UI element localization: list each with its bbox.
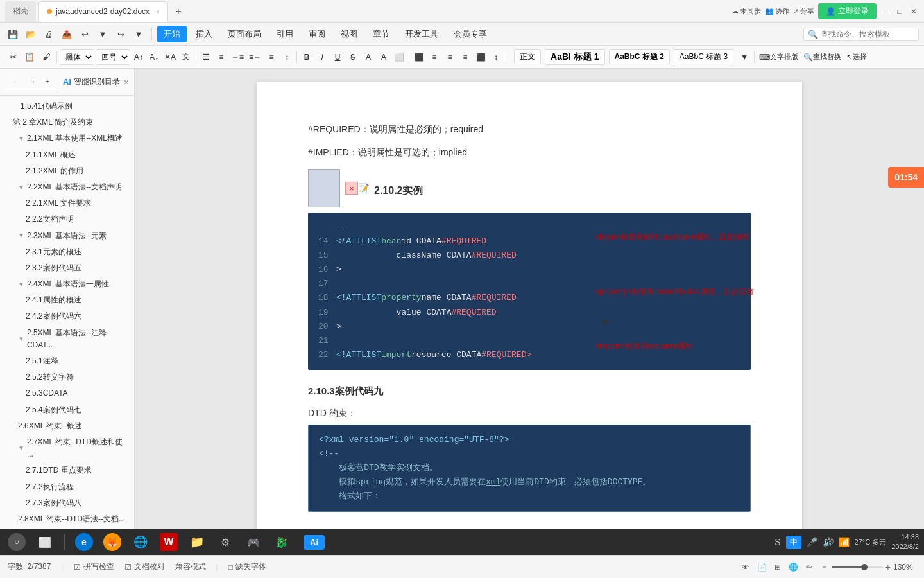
toc-item-6[interactable]: 2.2.1XML 文件要求 xyxy=(0,195,134,211)
toc-item-10[interactable]: 2.3.2案例代码五 xyxy=(0,260,134,276)
zoom-minus-btn[interactable]: － xyxy=(820,561,829,573)
menu-start[interactable]: 开始 xyxy=(157,26,187,42)
tab-active-doc[interactable]: javaadvanced2-day02.docx × xyxy=(38,1,168,22)
list-order-btn[interactable]: ≡ xyxy=(214,50,228,64)
toc-item-9[interactable]: 2.3.1元素的概述 xyxy=(0,244,134,260)
align-left2-btn[interactable]: ⬛ xyxy=(412,50,426,64)
share-btn[interactable]: ↗ 分享 xyxy=(793,6,814,16)
zoom-plus-btn[interactable]: + xyxy=(886,562,891,572)
toc-item-15[interactable]: 2.5.1注释 xyxy=(0,353,134,369)
search-input[interactable] xyxy=(821,30,914,39)
indent-decrease-btn[interactable]: ←≡ xyxy=(230,50,246,64)
highlight-btn[interactable]: A xyxy=(377,50,391,64)
menu-review[interactable]: 审阅 xyxy=(302,26,332,42)
toc-item-21[interactable]: 2.7.1DTD 重点要求 xyxy=(0,462,134,478)
strikethrough-btn[interactable]: S̶ xyxy=(346,50,360,64)
float-edit-icon[interactable]: 📝 xyxy=(358,183,369,193)
font-grow-btn[interactable]: A↑ xyxy=(132,50,146,64)
style-h2[interactable]: AaBbC 标题 2 xyxy=(609,49,670,64)
start-btn[interactable]: ○ xyxy=(5,532,28,552)
sougou-icon[interactable]: S xyxy=(774,537,780,547)
ime-btn[interactable]: 中 xyxy=(786,536,801,549)
login-button[interactable]: 👤 立即登录 xyxy=(818,3,877,19)
idea-btn[interactable]: 🎮 xyxy=(242,532,265,552)
align-center-btn[interactable]: ≡ xyxy=(427,50,441,64)
toc-item-4[interactable]: 2.1.2XML 的作用 xyxy=(0,163,134,179)
settings-btn[interactable]: ⚙ xyxy=(214,532,237,552)
menu-view[interactable]: 视图 xyxy=(334,26,364,42)
bold-btn[interactable]: B xyxy=(300,50,314,64)
select-btn[interactable]: ↖ 选择 xyxy=(844,50,869,64)
italic-btn[interactable]: I xyxy=(315,50,329,64)
network-icon[interactable]: 📶 xyxy=(839,537,850,547)
app10-btn[interactable]: 🐉 xyxy=(270,532,293,552)
toc-item-20[interactable]: ▼ 2.7XML 约束--DTD概述和使 ... xyxy=(0,434,134,462)
search-box[interactable]: 🔍 xyxy=(803,28,919,41)
save-btn[interactable]: 💾 xyxy=(5,26,21,42)
tab-inactive-daoke[interactable]: 稻壳 xyxy=(5,1,36,22)
toc-item-12[interactable]: 2.4.1属性的概述 xyxy=(0,292,134,308)
font-size-select[interactable]: 四号 xyxy=(96,49,130,65)
menu-reference[interactable]: 引用 xyxy=(270,26,300,42)
list-unorder-btn[interactable]: ☰ xyxy=(199,50,213,64)
nav-back-btn[interactable]: ← xyxy=(10,75,23,88)
paste-btn[interactable]: 🖌 xyxy=(38,49,54,65)
toc-item-2[interactable]: ▼ 2.1XML 基本使用--XML概述 xyxy=(0,130,134,146)
cut-btn[interactable]: ✂ xyxy=(5,49,21,65)
print-btn[interactable]: 🖨 xyxy=(41,26,56,42)
toc-item-5[interactable]: ▼ 2.2XML 基本语法--文档声明 xyxy=(0,179,134,195)
underline-btn[interactable]: U xyxy=(330,50,345,64)
toc-item-3[interactable]: 2.1.1XML 概述 xyxy=(0,147,134,163)
tab-close-btn[interactable]: × xyxy=(156,8,160,15)
zoom-slider[interactable] xyxy=(832,566,883,568)
close-icon[interactable]: ✕ xyxy=(909,6,919,17)
style-h3[interactable]: AaBbC 标题 3 xyxy=(674,49,733,64)
toc-item-17[interactable]: 2.5.3CDATA xyxy=(0,385,134,401)
pinyin-btn[interactable]: 文 xyxy=(179,50,193,64)
undo-arrow[interactable]: ▼ xyxy=(95,26,110,42)
menu-chapter[interactable]: 章节 xyxy=(366,26,396,42)
minimize-icon[interactable]: — xyxy=(880,6,891,17)
line-height-btn[interactable]: ↕ xyxy=(280,50,294,64)
compat-mode-btn[interactable]: 兼容模式 xyxy=(175,561,206,572)
toc-item-22[interactable]: 2.7.2执行流程 xyxy=(0,479,134,495)
menu-insert[interactable]: 插入 xyxy=(189,26,219,42)
border-btn[interactable]: ⬜ xyxy=(392,50,406,64)
mic-icon[interactable]: 🎤 xyxy=(807,537,817,547)
redo-btn[interactable]: ↪ xyxy=(113,26,128,42)
style-normal[interactable]: 正文 xyxy=(514,49,541,64)
menu-devtools[interactable]: 开发工具 xyxy=(398,26,445,42)
more-styles-btn[interactable]: ▼ xyxy=(737,50,751,64)
missing-font-btn[interactable]: □ 缺失字体 xyxy=(228,561,266,572)
wps-btn[interactable]: W xyxy=(157,532,180,552)
export-btn[interactable]: 📤 xyxy=(59,26,74,42)
toc-item-14[interactable]: ▼ 2.5XML 基本语法--注释-CDAT... xyxy=(0,325,134,353)
toc-item-7[interactable]: 2.2.2文档声明 xyxy=(0,211,134,227)
doc-view-btn[interactable]: 📄 xyxy=(757,563,767,572)
toc-item-18[interactable]: 2.5.4案例代码七 xyxy=(0,402,134,418)
sync-btn[interactable]: ☁ 未同步 xyxy=(732,6,761,16)
ie-btn[interactable]: e xyxy=(73,532,96,552)
toc-item-8[interactable]: ▼ 2.3XML 基本语法--元素 xyxy=(0,228,134,244)
text-arrange-btn[interactable]: ⌨ 文字排版 xyxy=(757,50,800,64)
grid-view-btn[interactable]: ⊞ xyxy=(774,563,781,572)
open-btn[interactable]: 📂 xyxy=(23,26,38,42)
redo-arrow[interactable]: ▼ xyxy=(131,26,146,42)
image-delete-btn[interactable]: × xyxy=(345,182,358,195)
collab-btn[interactable]: 👥 协作 xyxy=(765,6,789,16)
toc-item-24[interactable]: 2.8XML 约束--DTD语法--文档... xyxy=(0,511,134,527)
spell-check-btn[interactable]: ☑ 拼写检查 xyxy=(74,561,114,572)
align-right-btn[interactable]: ≡ xyxy=(443,50,457,64)
explorer-btn[interactable]: 📁 xyxy=(185,532,209,552)
clear-format-btn[interactable]: ✕A xyxy=(162,50,178,64)
indent-increase-btn[interactable]: ≡→ xyxy=(247,50,263,64)
toc-item-13[interactable]: 2.4.2案例代码六 xyxy=(0,308,134,324)
justify-btn[interactable]: ≡ xyxy=(458,50,472,64)
menu-pagelayout[interactable]: 页面布局 xyxy=(221,26,268,42)
toc-item-23[interactable]: 2.7.3案例代码八 xyxy=(0,495,134,511)
tab-add-btn[interactable]: + xyxy=(171,4,186,19)
nav-add-btn[interactable]: + xyxy=(41,75,54,88)
toc-item-19[interactable]: 2.6XML 约束--概述 xyxy=(0,418,134,434)
pen-icon[interactable]: ✏ xyxy=(806,563,812,572)
toc-item-0[interactable]: 1.5.41代码示例 xyxy=(0,98,134,114)
